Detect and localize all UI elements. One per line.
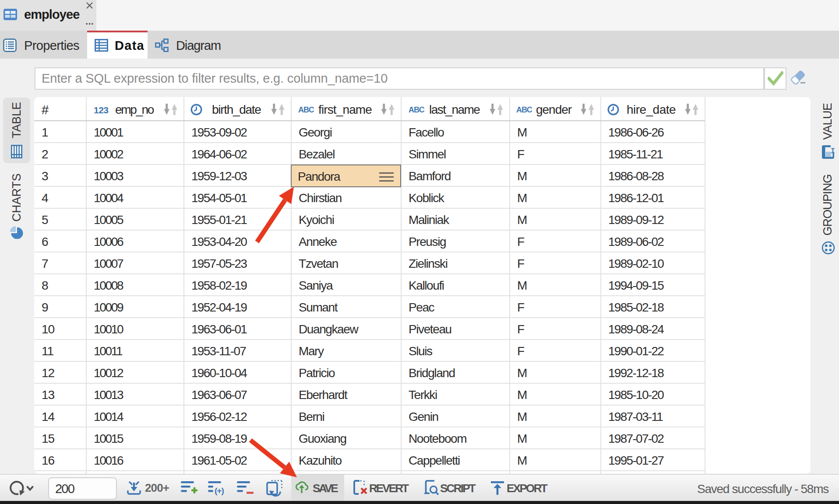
svg-text:(+): (+) [215, 486, 224, 495]
